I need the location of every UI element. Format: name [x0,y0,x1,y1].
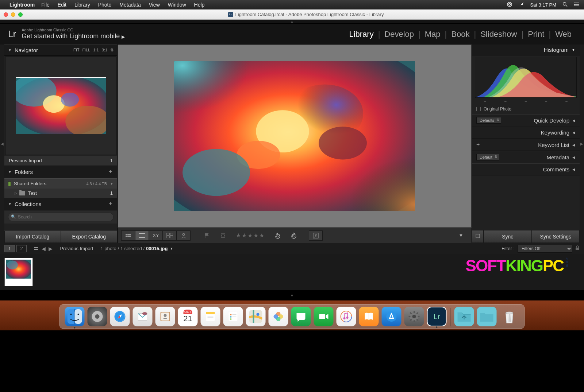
module-print[interactable]: Print [523,30,549,39]
import-catalog-button[interactable]: Import Catalog [4,230,61,243]
zoom-icon[interactable] [18,12,23,17]
menu-list-icon[interactable] [574,1,580,8]
filmstrip-filename[interactable]: 00015.jpg [146,246,168,251]
cc-icon[interactable] [507,1,512,8]
chevron-right-icon[interactable]: ▶ [122,34,125,39]
compare-view-button[interactable]: XY [149,230,163,241]
menu-help[interactable]: Help [194,2,205,8]
filmstrip-collapse[interactable]: ▼ [0,290,584,300]
chevron-right-icon[interactable]: ▷ [15,191,17,195]
menu-file[interactable]: File [41,2,50,8]
people-view-button[interactable] [177,230,191,241]
module-develop[interactable]: Develop [380,30,418,39]
dock-trash[interactable] [500,307,519,326]
menu-photo[interactable]: Photo [98,2,112,8]
dock-itunes[interactable] [337,307,356,326]
dock-mail[interactable] [133,307,153,326]
nav-forward-button[interactable]: ▶ [49,246,53,252]
module-web[interactable]: Web [551,30,576,39]
menu-window[interactable]: Window [168,2,186,8]
mobile-cta[interactable]: Get started with Lightroom mobile [22,32,120,40]
filmstrip-path[interactable]: Previous Import [60,246,93,251]
folders-header[interactable]: ▼ Folders +. [4,166,117,178]
checkbox-icon[interactable] [476,107,481,111]
keyword-list-row[interactable]: + Keyword List ◀ [472,139,580,151]
rotate-cw-button[interactable] [287,230,301,241]
top-panel-expand[interactable]: ▲ [0,20,584,23]
filter-lock-icon[interactable] [575,245,580,252]
dock-folder-1[interactable] [454,307,474,326]
source-2-button[interactable]: 2 [16,245,27,252]
sync-toggle-button[interactable] [472,230,484,243]
dock-ibooks[interactable] [359,307,379,326]
rotate-ccw-button[interactable] [271,230,285,241]
histogram-header[interactable]: Histogram ▼ [472,44,580,55]
rating-stars[interactable]: ★★★★★ [236,232,265,239]
metadata-row[interactable]: Default Metadata ◀ [472,151,580,163]
metadata-preset-select[interactable]: Default [476,154,499,160]
navigator-preview[interactable] [5,57,116,155]
chevron-down-icon[interactable]: ▼ [170,247,173,251]
nav-back-button[interactable]: ◀ [42,246,46,252]
left-collapse[interactable]: ◀ [0,44,4,243]
dock-safari[interactable] [110,307,130,326]
sync-button[interactable]: Sync [484,230,532,243]
comments-row[interactable]: Comments ◀ [472,163,580,175]
dock-facetime[interactable] [314,307,334,326]
navigator-zoom-opts[interactable]: FIT FILL 1:1 3:1 ⇅ [73,48,114,53]
filter-select[interactable]: Filters Off [518,245,572,253]
survey-view-button[interactable] [163,230,177,241]
menu-edit[interactable]: Edit [58,2,66,8]
face-tag-button[interactable] [309,230,323,241]
volume-row[interactable]: Shared Folders 4.3 / 4.4 TB ▼ [4,178,117,189]
dock-notes[interactable] [201,307,220,326]
quickdev-preset-select[interactable]: Defaults [476,117,501,124]
module-slideshow[interactable]: Slideshow [476,30,521,39]
menu-library[interactable]: Library [74,2,90,8]
module-map[interactable]: Map [420,30,445,39]
filmstrip-thumb[interactable] [4,258,33,286]
source-1-button[interactable]: 1 [4,245,15,252]
export-catalog-button[interactable]: Export Catalog [61,230,118,243]
original-photo-row[interactable]: Original Photo [472,104,580,114]
dock-launchpad[interactable] [88,307,107,326]
flag-reject-button[interactable] [216,230,230,241]
dock-finder[interactable] [65,307,85,326]
dock-reminders[interactable] [223,307,243,326]
keywording-row[interactable]: Keywording ◀ [472,127,580,139]
filmstrip[interactable]: SOFTKINGPC.com [0,254,584,290]
collections-header[interactable]: ▼ Collections +. [4,198,117,210]
spotlight-icon[interactable] [562,1,568,8]
dock-lightroom[interactable]: Lr [427,307,447,326]
dock-preferences[interactable] [404,307,424,326]
histogram-display[interactable] [475,57,577,98]
collections-search-input[interactable] [8,213,114,221]
app-name[interactable]: Lightroom [9,2,35,8]
loupe-canvas[interactable] [118,44,472,228]
dock-calendar[interactable]: OCT21 [178,307,198,326]
dock-photos[interactable] [269,307,288,326]
add-folder-icon[interactable]: +. [108,168,114,176]
dock-folder-2[interactable] [477,307,497,326]
chevron-down-icon[interactable]: ▼ [110,182,114,186]
dock-maps[interactable] [246,307,266,326]
quick-develop-row[interactable]: Defaults Quick Develop ◀ [472,114,580,127]
folder-row[interactable]: ▷ Test 1 [4,189,117,198]
menu-view[interactable]: View [149,2,160,8]
minimize-icon[interactable] [11,12,15,17]
module-book[interactable]: Book [447,30,474,39]
navigator-header[interactable]: ▼ Navigator FIT FILL 1:1 3:1 ⇅ [4,44,117,56]
menubar-clock[interactable]: Sat 3:17 PM [530,2,556,8]
dock-messages[interactable] [291,307,311,326]
grid-icon[interactable] [34,247,38,250]
right-collapse[interactable]: ▶ [580,44,584,243]
dock-contacts[interactable] [155,307,175,326]
add-collection-icon[interactable]: +. [108,200,114,208]
updown-icon[interactable]: ⇅ [110,48,114,53]
previous-import-row[interactable]: Previous Import 1 [4,156,117,166]
close-icon[interactable] [4,12,8,17]
flag-pick-button[interactable] [200,230,214,241]
sync-settings-button[interactable]: Sync Settings [532,230,580,243]
module-library[interactable]: Library [345,30,378,39]
notif-icon[interactable] [518,1,524,8]
